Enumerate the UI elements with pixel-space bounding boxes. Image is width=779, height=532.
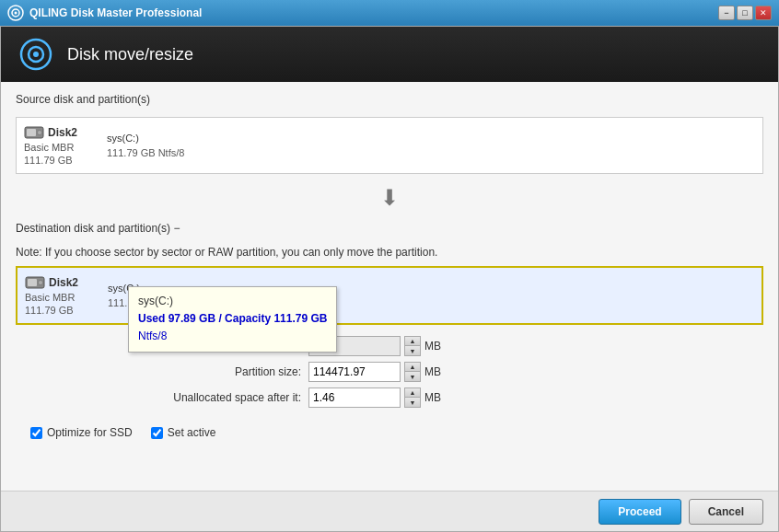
destination-disk-panel: Disk2 Basic MBR 111.79 GB sys(C:) 111.79… (16, 266, 763, 325)
svg-point-5 (33, 52, 39, 57)
partition-size-spinner[interactable]: ▲ ▼ (404, 362, 421, 382)
source-disk-size: 111.79 GB (24, 155, 98, 166)
partition-size-down[interactable]: ▼ (405, 372, 420, 381)
unalloc-before-up[interactable]: ▲ (405, 337, 420, 346)
svg-point-8 (38, 131, 42, 135)
content-area: Source disk and partition(s) Disk2 Basic… (1, 82, 778, 491)
set-active-label: Set active (168, 426, 216, 439)
page-title: Disk move/resize (67, 45, 193, 64)
source-disk-name: Disk2 (24, 125, 98, 140)
set-active-item: Set active (151, 426, 216, 439)
optimize-ssd-checkbox[interactable] (30, 427, 42, 439)
tooltip-title: sys(C:) (138, 293, 327, 310)
main-window: Disk move/resize Source disk and partiti… (0, 26, 779, 532)
unalloc-after-unit: MB (424, 391, 441, 404)
unalloc-after-down[interactable]: ▼ (405, 398, 420, 407)
unalloc-before-down[interactable]: ▼ (405, 346, 420, 355)
svg-point-2 (15, 12, 17, 15)
destination-disk-name: Disk2 (25, 275, 99, 290)
source-partition-label: sys(C:) (107, 133, 755, 144)
down-arrow-icon: ⬇ (380, 185, 399, 211)
partition-size-unit: MB (424, 365, 441, 378)
source-disk-bar: sys(C:) 111.79 GB Ntfs/8 (107, 133, 755, 158)
tooltip-used: Used 97.89 GB / Capacity 111.79 GB (138, 310, 327, 328)
app-icon (7, 5, 24, 21)
tooltip-fs: Ntfs/8 (138, 328, 327, 345)
partition-size-input[interactable] (308, 362, 401, 382)
source-partition-detail: 111.79 GB Ntfs/8 (107, 147, 755, 158)
partition-size-row: Partition size: ▲ ▼ MB (16, 362, 763, 382)
source-section-label: Source disk and partition(s) (16, 93, 763, 106)
window-controls: − □ ✕ (718, 6, 772, 20)
unalloc-before-spinner[interactable]: ▲ ▼ (404, 336, 421, 356)
unalloc-after-input-wrapper: ▲ ▼ MB (308, 387, 441, 408)
close-button[interactable]: ✕ (755, 6, 772, 20)
optimize-ssd-item: Optimize for SSD (30, 426, 133, 439)
unalloc-after-up[interactable]: ▲ (405, 388, 420, 398)
titlebar-title: QILING Disk Master Professional (29, 6, 713, 19)
optimize-ssd-label: Optimize for SSD (47, 426, 133, 439)
disk-icon-dest (25, 275, 45, 290)
unalloc-after-label: Unallocated space after it: (145, 391, 301, 404)
cancel-button[interactable]: Cancel (689, 499, 763, 525)
source-disk-info: Disk2 Basic MBR 111.79 GB (24, 125, 98, 166)
arrow-container: ⬇ (16, 181, 763, 214)
source-disk-type: Basic MBR (24, 142, 98, 153)
destination-note: Note: If you choose sector by sector or … (16, 246, 763, 259)
unalloc-after-spinner[interactable]: ▲ ▼ (404, 387, 421, 408)
maximize-button[interactable]: □ (737, 6, 753, 20)
partition-size-label: Partition size: (145, 365, 301, 378)
minimize-button[interactable]: − (718, 6, 735, 20)
set-active-checkbox[interactable] (151, 427, 163, 439)
source-disk-panel: Disk2 Basic MBR 111.79 GB sys(C:) 111.79… (16, 117, 763, 174)
checkbox-row: Optimize for SSD Set active (16, 419, 763, 446)
unalloc-before-unit: MB (424, 340, 441, 353)
svg-point-11 (39, 281, 43, 285)
svg-rect-7 (27, 129, 36, 136)
destination-section-label: Destination disk and partition(s) − (16, 222, 763, 235)
header: Disk move/resize (1, 27, 778, 82)
partition-tooltip: sys(C:) Used 97.89 GB / Capacity 111.79 … (128, 286, 337, 353)
unalloc-after-row: Unallocated space after it: ▲ ▼ MB (16, 387, 763, 408)
titlebar: QILING Disk Master Professional − □ ✕ (0, 0, 779, 26)
destination-disk-type: Basic MBR (25, 292, 99, 303)
destination-disk-size: 111.79 GB (25, 305, 99, 316)
partition-size-input-wrapper: ▲ ▼ MB (308, 362, 441, 382)
header-icon (19, 38, 52, 71)
destination-disk-info: Disk2 Basic MBR 111.79 GB (25, 275, 99, 316)
partition-size-up[interactable]: ▲ (405, 363, 420, 372)
disk-icon (24, 125, 44, 140)
svg-rect-10 (28, 279, 37, 286)
unalloc-after-input[interactable] (308, 387, 401, 408)
proceed-button[interactable]: Proceed (599, 499, 680, 525)
footer: Proceed Cancel (1, 491, 778, 531)
